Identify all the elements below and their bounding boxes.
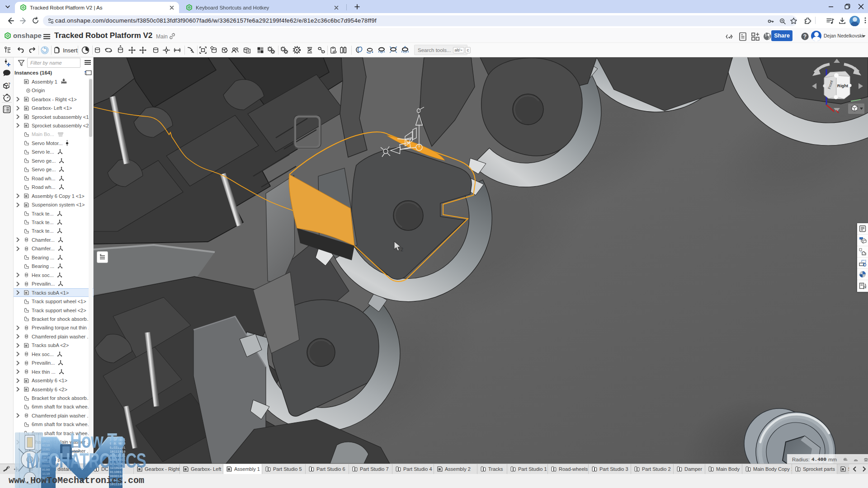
svg-text:Right: Right [837,83,849,88]
svg-text:?: ? [803,33,807,40]
svg-text:2: 2 [401,247,403,252]
svg-text:?: ? [8,82,10,86]
